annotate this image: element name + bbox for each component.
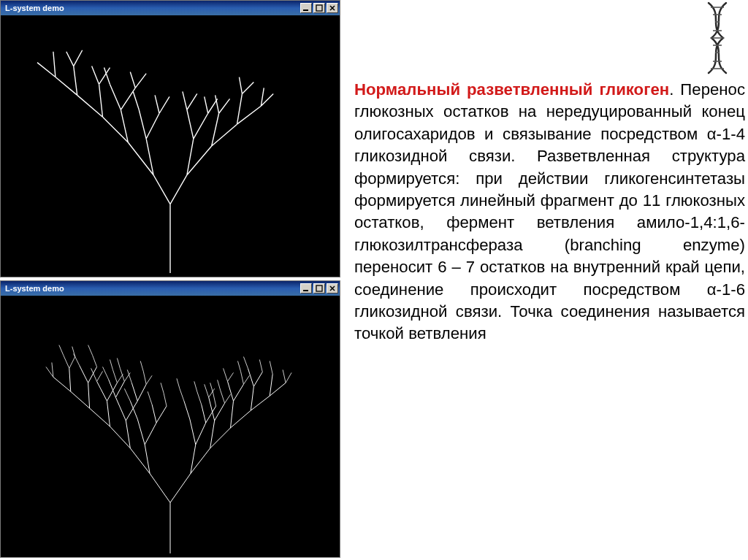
window-bottom: L-system demo — [0, 280, 340, 558]
close-button[interactable] — [327, 283, 338, 294]
close-icon — [329, 4, 336, 12]
description-body: . Перенос глюкозных остатков на нередуци… — [354, 80, 745, 342]
content-column: Нормальный разветвленный гликоген. Перен… — [354, 0, 745, 560]
maximize-icon — [316, 4, 323, 12]
maximize-icon — [316, 285, 323, 292]
screenshots-column: L-system demo — [0, 0, 345, 560]
window-top: L-system demo — [0, 0, 340, 277]
svg-rect-3 — [316, 285, 322, 291]
close-icon — [329, 285, 336, 292]
dna-helix-illustration — [703, 0, 732, 80]
canvas-top — [1, 15, 340, 277]
canvas-bottom — [1, 296, 340, 557]
svg-rect-0 — [303, 9, 308, 11]
close-button[interactable] — [327, 3, 338, 13]
minimize-icon — [302, 285, 310, 292]
lsystem-tree-dense — [1, 296, 340, 557]
svg-rect-1 — [316, 5, 322, 11]
minimize-button[interactable] — [300, 283, 312, 294]
maximize-button[interactable] — [313, 3, 325, 13]
titlebar-bottom: L-system demo — [1, 281, 340, 296]
minimize-icon — [302, 4, 310, 12]
window-title: L-system demo — [5, 4, 64, 12]
description-heading: Нормальный разветвленный гликоген — [354, 80, 669, 99]
window-title: L-system demo — [5, 284, 64, 293]
minimize-button[interactable] — [300, 3, 312, 13]
description-text: Нормальный разветвленный гликоген. Перен… — [354, 79, 745, 345]
titlebar-top: L-system demo — [1, 1, 340, 15]
svg-rect-2 — [303, 290, 308, 291]
maximize-button[interactable] — [313, 283, 325, 294]
lsystem-tree-sparse — [1, 15, 340, 277]
